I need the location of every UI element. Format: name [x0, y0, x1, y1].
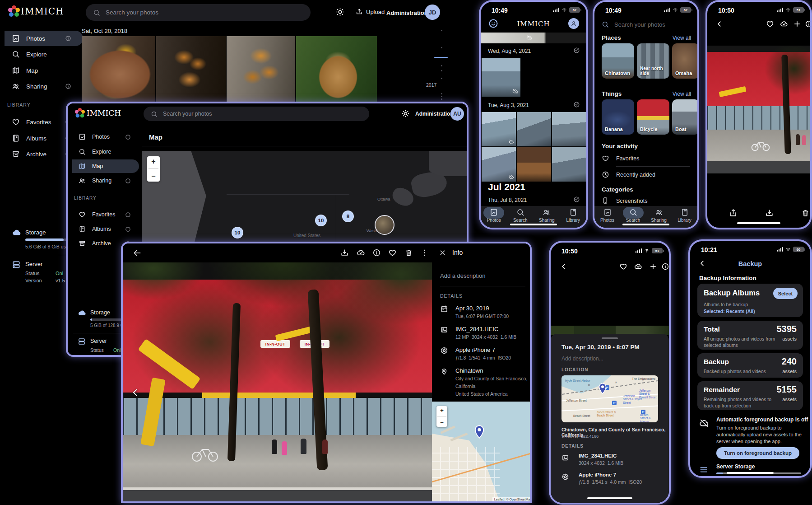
- info-icon[interactable]: [125, 212, 131, 218]
- thing-card-banana[interactable]: Banana: [602, 99, 634, 135]
- immich-logo[interactable]: IMMICH: [12, 6, 64, 17]
- back-icon[interactable]: [715, 20, 724, 28]
- map-cluster-marker[interactable]: 10: [315, 215, 327, 226]
- zoom-out-button[interactable]: −: [147, 173, 160, 180]
- download-icon[interactable]: [340, 248, 349, 257]
- sheet-drag-handle[interactable]: [602, 337, 618, 339]
- info-icon[interactable]: [65, 35, 71, 42]
- cloud-backed-up-icon[interactable]: [357, 248, 365, 257]
- location-name[interactable]: Chinatown: [455, 367, 527, 374]
- photo-tile[interactable]: [552, 112, 586, 146]
- zoom-out-button[interactable]: −: [436, 420, 447, 426]
- sidebar-item-photos[interactable]: Photos: [5, 31, 83, 46]
- nav-tab-photos[interactable]: Photos: [594, 206, 620, 228]
- info-icon[interactable]: [661, 262, 669, 271]
- activity-favorites[interactable]: Favorites: [616, 155, 639, 162]
- info-icon[interactable]: [805, 20, 812, 28]
- theme-toggle-icon[interactable]: [336, 8, 344, 16]
- info-icon[interactable]: [372, 248, 381, 257]
- photo-tile[interactable]: [517, 112, 551, 146]
- archive-icon[interactable]: [765, 209, 774, 217]
- nav-tab-library[interactable]: Library: [560, 206, 587, 228]
- nav-tab-photos[interactable]: Photos: [481, 206, 507, 228]
- photo-innout-mobile[interactable]: [707, 46, 810, 173]
- cloud-upload-icon[interactable]: [634, 262, 642, 271]
- photo-innout[interactable]: IN-N-OUT IN-N-OUT: [123, 262, 432, 501]
- select-albums-button[interactable]: Select: [773, 288, 798, 299]
- theme-toggle-icon[interactable]: [402, 110, 409, 117]
- previous-photo-icon[interactable]: [130, 387, 141, 398]
- sidebar-item-photos[interactable]: Photos: [72, 130, 139, 144]
- sidebar-item-explore[interactable]: Explore: [5, 47, 83, 62]
- immich-logo[interactable]: IMMICH: [78, 108, 121, 117]
- photo-mushroom-basket[interactable]: [296, 36, 377, 102]
- map-attribution[interactable]: Leaflet | © OpenStreetMap: [492, 497, 532, 501]
- delete-icon[interactable]: [801, 209, 810, 217]
- description-input[interactable]: Add a description: [440, 272, 485, 279]
- home-indicator[interactable]: [510, 224, 557, 225]
- turn-on-foreground-backup-button[interactable]: Turn on foreground backup: [716, 447, 799, 459]
- location-map[interactable]: + − Leaflet | © OpenStreetMap: [432, 402, 532, 501]
- zoom-in-button[interactable]: +: [436, 407, 447, 413]
- back-icon[interactable]: [133, 248, 142, 257]
- photo-mushroom-1[interactable]: [82, 36, 155, 102]
- map-zoom-control[interactable]: + −: [436, 406, 447, 427]
- place-card-chinatown[interactable]: Chinatown: [602, 43, 634, 79]
- category-screenshots[interactable]: Screenshots: [616, 198, 647, 204]
- home-indicator[interactable]: [727, 472, 774, 474]
- thing-card-boat[interactable]: Boat: [672, 99, 699, 135]
- user-avatar[interactable]: AU: [450, 107, 464, 121]
- sidebar-item-sharing[interactable]: Sharing: [72, 174, 139, 187]
- activity-recently-added[interactable]: Recently added: [616, 172, 655, 178]
- map-photo-marker[interactable]: [375, 215, 394, 235]
- home-indicator[interactable]: [587, 497, 632, 499]
- select-all-icon[interactable]: [573, 101, 580, 108]
- photo-sliver[interactable]: [551, 326, 669, 335]
- sidebar-item-favorites[interactable]: Favorites: [72, 208, 139, 221]
- profile-avatar[interactable]: [568, 18, 579, 29]
- place-card-omaha[interactable]: Omaha: [672, 43, 699, 79]
- share-icon[interactable]: [729, 209, 738, 217]
- photo-tile[interactable]: [482, 112, 516, 146]
- location-map[interactable]: ✕✕✕ Hyde Street Harbor The Embarcadero J…: [561, 375, 658, 422]
- cloud-upload-icon[interactable]: [780, 20, 788, 28]
- photo-tile[interactable]: [482, 147, 516, 182]
- sidebar-item-map[interactable]: Map: [72, 159, 139, 173]
- map-cluster-marker[interactable]: 10: [232, 227, 243, 238]
- administration-link[interactable]: Administration: [415, 111, 454, 117]
- search-input[interactable]: Search your photos: [144, 107, 369, 121]
- places-view-all-link[interactable]: View all: [673, 35, 691, 41]
- map-cluster-marker[interactable]: 8: [342, 210, 354, 222]
- nav-tab-library[interactable]: Library: [672, 206, 697, 228]
- photo-tile[interactable]: [481, 33, 586, 43]
- photo-tile[interactable]: [517, 147, 551, 182]
- zoom-in-button[interactable]: +: [147, 158, 160, 165]
- sidebar-item-map[interactable]: Map: [5, 63, 83, 78]
- heart-icon[interactable]: [766, 20, 774, 28]
- things-view-all-link[interactable]: View all: [673, 91, 691, 97]
- photo-mushroom-2[interactable]: [156, 36, 226, 102]
- info-icon[interactable]: [125, 226, 131, 232]
- photo-tile[interactable]: [482, 58, 520, 97]
- home-indicator[interactable]: [737, 222, 780, 224]
- upload-button[interactable]: Upload: [356, 8, 385, 15]
- search-input[interactable]: Search your photos: [594, 18, 697, 31]
- add-icon[interactable]: [793, 20, 801, 28]
- administration-link[interactable]: Administration: [386, 9, 428, 16]
- delete-icon[interactable]: [404, 248, 413, 257]
- photo-tile[interactable]: [552, 147, 586, 182]
- info-icon[interactable]: [65, 83, 71, 89]
- heart-icon[interactable]: [619, 262, 627, 271]
- home-indicator[interactable]: [622, 224, 669, 225]
- close-icon[interactable]: [439, 249, 446, 257]
- add-icon[interactable]: [649, 262, 657, 271]
- search-input[interactable]: Search your photos: [86, 4, 311, 21]
- sidebar-item-sharing[interactable]: Sharing: [5, 79, 83, 94]
- info-icon[interactable]: [125, 178, 131, 184]
- sidebar-item-albums[interactable]: Albums: [72, 222, 139, 236]
- select-all-icon[interactable]: [573, 196, 580, 203]
- map-zoom-control[interactable]: + −: [147, 156, 160, 182]
- place-card-near-north-side[interactable]: Near north side: [637, 43, 669, 79]
- photo-mushroom-3[interactable]: [227, 36, 295, 102]
- more-options-icon[interactable]: [420, 248, 429, 257]
